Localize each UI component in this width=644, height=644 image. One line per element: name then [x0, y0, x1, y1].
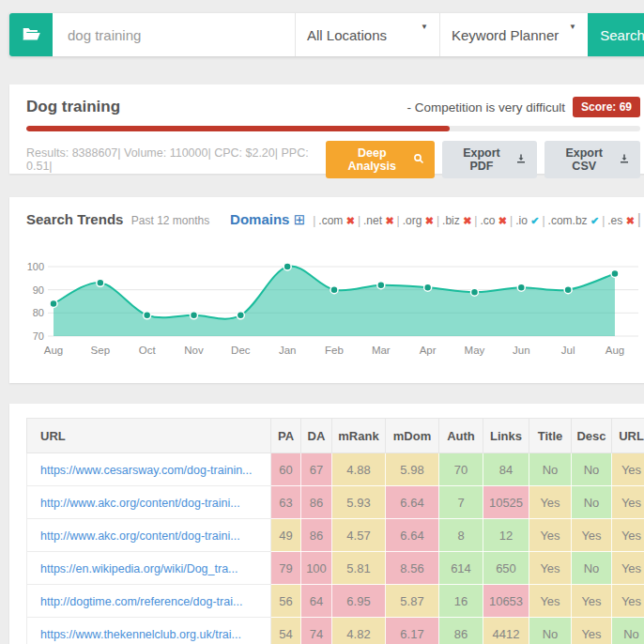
separator: |	[397, 214, 400, 227]
svg-text:Jan: Jan	[279, 345, 297, 356]
domain-toggle-org[interactable]: |.org ✖	[394, 214, 434, 227]
folder-icon	[21, 23, 41, 47]
cell-mdom: 6.64	[386, 486, 439, 519]
cell-links: 10653	[483, 585, 529, 618]
svg-text:Sep: Sep	[91, 345, 110, 356]
col-header-links: Links	[483, 419, 529, 453]
domain-tld: .io	[515, 214, 528, 227]
deep-analysis-button[interactable]: Deep Analysis	[326, 141, 435, 178]
export-csv-button[interactable]: Export CSV	[544, 141, 640, 178]
table-row: http://www.akc.org/content/dog-traini...…	[27, 519, 644, 552]
svg-text:Aug: Aug	[44, 345, 63, 356]
source-select[interactable]: Keyword Planner ▼	[439, 13, 588, 56]
domain-tld: .org	[403, 214, 422, 227]
svg-text:Mar: Mar	[372, 345, 391, 356]
cell-pa: 60	[271, 453, 301, 486]
cell-da: 100	[301, 552, 332, 585]
export-pdf-button[interactable]: Export PDF	[442, 141, 537, 178]
cell-da: 67	[301, 453, 332, 486]
svg-text:70: 70	[33, 330, 44, 342]
cell-mdom: 8.56	[386, 552, 439, 585]
result-url-link[interactable]: http://www.akc.org/content/dog-traini...	[40, 529, 240, 543]
cell-da: 74	[301, 618, 332, 644]
cell-auth: 7	[439, 486, 483, 519]
download-icon	[515, 153, 527, 167]
cell-desc: No	[572, 486, 612, 519]
cell-links: 10525	[483, 486, 529, 519]
keyword-panel: Dog training - Competition is very diffi…	[9, 84, 644, 174]
cell-url-2: Yes	[612, 552, 644, 585]
cell-url-2: Yes	[612, 486, 644, 519]
trends-subtitle: Past 12 months	[131, 214, 209, 227]
domains-bar: Domains ⊞ |.com ✖|.net ✖|.org ✖|.biz ✖|.…	[230, 211, 644, 228]
result-url-link[interactable]: http://dogtime.com/reference/dog-trai...	[40, 595, 242, 608]
domain-toggle-net[interactable]: |.net ✖	[355, 214, 394, 227]
cell-mdom: 6.17	[386, 618, 439, 644]
cell-links: 84	[483, 453, 529, 486]
domain-toggle-biz[interactable]: |.biz ✖	[434, 214, 471, 227]
serp-results-panel: URLPADAmRankmDomAuthLinksTitleDescURL ht…	[9, 404, 644, 644]
top-search-bar: All Locations ▼ Keyword Planner ▼ Search	[9, 13, 644, 56]
x-mark-icon: ✖	[346, 215, 355, 226]
domain-tld: .co	[480, 214, 495, 227]
cell-da: 86	[301, 486, 332, 519]
check-mark-icon: ✔	[590, 215, 599, 226]
chevron-down-icon: ▼	[569, 23, 576, 31]
table-row: http://dogtime.com/reference/dog-trai...…	[27, 585, 644, 618]
cell-mrank: 5.81	[332, 552, 386, 585]
search-button[interactable]: Search	[588, 13, 644, 56]
keyword-search-input[interactable]	[53, 13, 295, 56]
cell-pa: 49	[271, 519, 301, 552]
separator: |	[542, 214, 544, 227]
cell-desc: No	[572, 552, 612, 585]
domain-toggle-co[interactable]: |.co ✖	[471, 214, 507, 227]
domain-toggle-io[interactable]: |.io ✔	[507, 214, 539, 227]
result-url-link[interactable]: https://en.wikipedia.org/wiki/Dog_tra...	[40, 562, 238, 575]
domain-tld: .net	[363, 214, 382, 227]
domain-toggle-com[interactable]: |.com ✖	[310, 214, 355, 227]
cell-da: 86	[301, 519, 332, 552]
result-url-cell: https://en.wikipedia.org/wiki/Dog_tra...	[27, 552, 271, 585]
location-select-value: All Locations	[307, 27, 387, 43]
cell-title: No	[529, 453, 572, 486]
col-header-url: URL	[27, 419, 271, 453]
table-row: https://www.thekennelclub.org.uk/trai...…	[27, 618, 644, 644]
download-icon	[619, 153, 630, 167]
cell-title: Yes	[529, 519, 572, 552]
col-header-auth: Auth	[439, 419, 483, 453]
result-url-cell: https://www.cesarsway.com/dog-trainin...	[27, 453, 271, 486]
score-badge: Score: 69	[573, 97, 640, 117]
domain-toggle-es[interactable]: |.es ✖	[599, 214, 635, 227]
result-url-cell: http://www.akc.org/content/dog-traini...	[27, 486, 271, 519]
location-select[interactable]: All Locations ▼	[295, 13, 439, 56]
trends-title: Search Trends	[26, 211, 123, 227]
x-mark-icon: ✖	[385, 215, 393, 226]
cell-mrank: 4.57	[332, 519, 386, 552]
result-url-link[interactable]: http://www.akc.org/content/dog-traini...	[40, 497, 240, 510]
cell-mrank: 5.93	[332, 486, 386, 519]
svg-text:Jul: Jul	[561, 345, 575, 356]
search-trends-panel: Search Trends Past 12 months Domains ⊞ |…	[9, 197, 644, 383]
cell-mrank: 6.95	[332, 585, 386, 618]
cell-title: Yes	[529, 552, 572, 585]
table-row: http://www.akc.org/content/dog-traini...…	[27, 486, 644, 519]
cell-mrank: 4.88	[332, 453, 386, 486]
domain-toggle-combz[interactable]: |.com.bz ✔	[539, 214, 599, 227]
separator: |	[637, 211, 641, 227]
cell-title: No	[529, 618, 572, 644]
col-header-title: Title	[529, 419, 572, 453]
cell-links: 650	[483, 552, 529, 585]
domains-add-button[interactable]: Domains ⊞	[230, 211, 305, 228]
x-mark-icon: ✖	[463, 215, 471, 226]
svg-text:Dec: Dec	[231, 345, 251, 356]
search-trends-chart: 708090100AugSepOctNovDecJanFebMarAprMayJ…	[26, 239, 644, 367]
saved-projects-button[interactable]	[9, 13, 53, 56]
result-url-cell: https://www.thekennelclub.org.uk/trai...	[27, 618, 271, 644]
domains-list: |.com ✖|.net ✖|.org ✖|.biz ✖|.co ✖|.io ✔…	[310, 211, 644, 228]
competition-text: - Competition is very difficult	[406, 100, 565, 115]
svg-text:Aug: Aug	[606, 345, 624, 356]
separator: |	[358, 214, 360, 227]
result-url-link[interactable]: https://www.cesarsway.com/dog-trainin...	[40, 464, 253, 477]
table-row: https://en.wikipedia.org/wiki/Dog_tra...…	[27, 552, 644, 585]
result-url-link[interactable]: https://www.thekennelclub.org.uk/trai...	[40, 628, 241, 641]
